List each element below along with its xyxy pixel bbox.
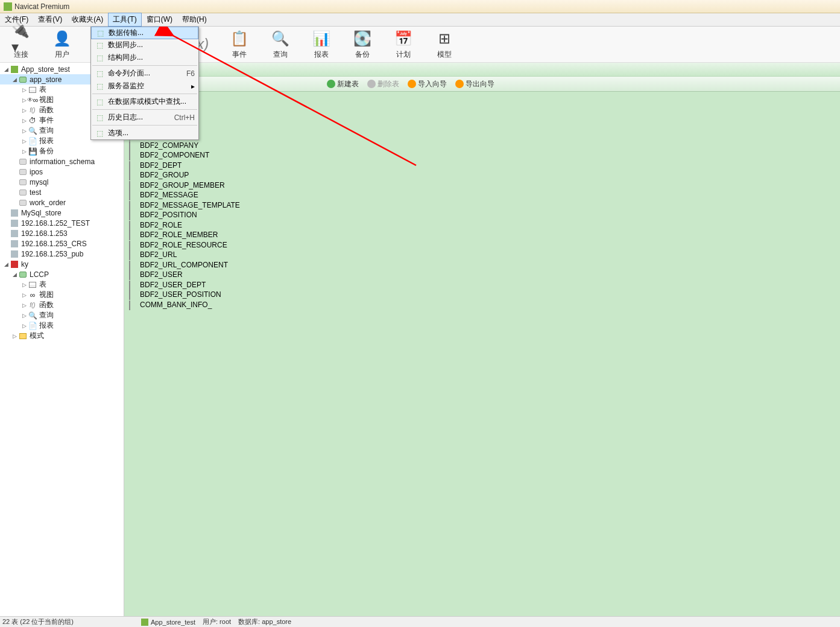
db-mysql[interactable]: mysql <box>0 177 124 187</box>
tree-schema[interactable]: ▷模式 <box>0 331 124 341</box>
lccp-views[interactable]: ▷∞视图 <box>0 290 124 300</box>
btn-delete-table[interactable]: 删除表 <box>367 79 399 89</box>
table-icon <box>129 281 137 288</box>
menu-item[interactable]: ⬚数据同步... <box>91 39 198 51</box>
model-icon: ⊞ <box>435 29 454 48</box>
table-item[interactable]: BDF2_URL <box>129 250 835 260</box>
title-bar: Navicat Premium <box>0 0 840 13</box>
database-icon <box>19 200 27 206</box>
db-work-order[interactable]: work_order <box>0 197 124 208</box>
btn-import[interactable]: 导入向导 <box>408 79 447 89</box>
database-icon <box>19 272 27 278</box>
table-icon <box>129 221 137 229</box>
table-item[interactable]: BDF2_ROLE <box>129 220 835 231</box>
table-item[interactable]: BDF2_USER <box>129 270 835 280</box>
tools-dropdown: ⬚数据传输...⬚数据同步...⬚结构同步...⬚命令列介面...F6⬚服务器监… <box>90 27 199 140</box>
tool-user[interactable]: 👤用户 <box>47 29 77 60</box>
conn-ky[interactable]: ◢ky <box>0 259 124 269</box>
menu-favorites[interactable]: 收藏夹(A) <box>67 13 108 27</box>
db-info-schema[interactable]: information_schema <box>0 156 124 167</box>
conn-253-pub[interactable]: 192.168.1.253_pub <box>0 249 124 259</box>
table-item[interactable]: APP_VERSION <box>129 130 835 141</box>
table-icon <box>129 191 137 199</box>
function-icon: f() <box>28 106 37 115</box>
table-item[interactable]: BDF2_COMPANY <box>129 141 835 151</box>
menu-window[interactable]: 窗口(W) <box>142 13 177 27</box>
table-icon <box>129 271 137 278</box>
tool-report[interactable]: 📊报表 <box>306 29 336 60</box>
menu-item[interactable]: ⬚服务器监控▸ <box>91 80 198 92</box>
mysql-icon <box>11 240 18 247</box>
table-item[interactable]: BDF2_ROLE_RESOURCE <box>129 240 835 250</box>
menu-icon: ⬚ <box>93 69 106 78</box>
table-icon <box>129 202 137 209</box>
function-icon: f() <box>28 301 37 310</box>
tool-connect[interactable]: 🔌▾连接 <box>6 29 36 60</box>
table-list[interactable]: APP_VERSIONBDF2_COMPANYBDF2_COMPONENTBDF… <box>124 92 840 616</box>
btn-export[interactable]: 导出向导 <box>455 79 494 89</box>
report-icon: 📊 <box>312 29 331 48</box>
lccp-reports[interactable]: ▷📄报表 <box>0 320 124 331</box>
menu-tools[interactable]: 工具(T) <box>108 13 141 27</box>
table-item[interactable]: BDF2_USER_DEPT <box>129 280 835 290</box>
menu-icon: ⬚ <box>93 81 106 91</box>
table-icon <box>29 282 36 288</box>
db-ipos[interactable]: ipos <box>0 167 124 177</box>
menu-item[interactable]: ⬚数据传输... <box>91 27 198 39</box>
minus-icon <box>367 80 376 88</box>
report-icon: 📄 <box>28 137 37 145</box>
table-item[interactable]: BDF2_DEPT <box>129 161 835 171</box>
menu-help[interactable]: 帮助(H) <box>177 13 212 27</box>
table-item[interactable]: BDF2_COMPONENT <box>129 150 835 161</box>
table-icon <box>129 301 137 308</box>
table-item[interactable]: BDF2_URL_COMPONENT <box>129 260 835 270</box>
btn-new-table[interactable]: 新建表 <box>327 79 359 89</box>
lccp-functions[interactable]: ▷f()函数 <box>0 300 124 310</box>
menu-icon: ⬚ <box>93 97 106 107</box>
menu-item[interactable]: ⬚命令列介面...F6 <box>91 67 198 80</box>
backup-icon: 💾 <box>28 147 37 156</box>
table-item[interactable]: BDF2_USER_POSITION <box>129 290 835 300</box>
query-icon: 🔍 <box>28 127 37 135</box>
table-item[interactable]: BDF2_MESSAGE_TEMPLATE <box>129 200 835 211</box>
menu-icon: ⬚ <box>93 113 106 123</box>
database-icon <box>19 169 27 175</box>
conn-mysql-store[interactable]: MySql_store <box>0 208 124 218</box>
table-icon <box>129 142 137 149</box>
table-item[interactable]: BDF2_POSITION <box>129 210 835 220</box>
conn-253[interactable]: 192.168.1.253 <box>0 228 124 238</box>
table-icon <box>129 151 137 159</box>
table-icon <box>129 182 137 189</box>
menu-item[interactable]: ⬚选项... <box>91 127 198 139</box>
menu-item[interactable]: ⬚在数据库或模式中查找... <box>91 95 198 108</box>
tool-backup[interactable]: 💽备份 <box>347 29 377 60</box>
status-conn-icon <box>141 619 148 626</box>
tool-query[interactable]: 🔍查询 <box>265 29 295 60</box>
export-icon <box>455 80 464 88</box>
menu-item[interactable]: ⬚结构同步... <box>91 51 198 64</box>
menu-view[interactable]: 查看(V) <box>33 13 67 27</box>
menu-item[interactable]: ⬚历史日志...Ctrl+H <box>91 111 198 124</box>
table-item[interactable]: COMM_BANK_INFO_ <box>129 300 835 310</box>
table-icon <box>29 87 36 93</box>
db-lccp[interactable]: ◢LCCP <box>0 269 124 279</box>
tree-backup[interactable]: ▷💾备份 <box>0 146 124 156</box>
database-icon <box>19 159 27 165</box>
tool-model[interactable]: ⊞模型 <box>429 29 459 60</box>
tool-schedule[interactable]: 📅计划 <box>388 29 418 60</box>
status-left: 22 表 (22 位于当前的组) <box>0 617 139 626</box>
table-item[interactable]: BDF2_GROUP_MEMBER <box>129 180 835 191</box>
lccp-queries[interactable]: ▷🔍查询 <box>0 310 124 320</box>
conn-253-crs[interactable]: 192.168.1.253_CRS <box>0 238 124 249</box>
tool-event[interactable]: 📋事件 <box>224 29 254 60</box>
table-icon <box>129 241 137 249</box>
table-item[interactable]: BDF2_GROUP <box>129 170 835 180</box>
table-item[interactable]: BDF2_ROLE_MEMBER <box>129 230 835 240</box>
mysql-icon <box>11 66 18 73</box>
conn-252-test[interactable]: 192.168.1.252_TEST <box>0 218 124 228</box>
lccp-tables[interactable]: ▷表 <box>0 279 124 290</box>
table-item[interactable]: BDF2_MESSAGE <box>129 190 835 200</box>
db-test[interactable]: test <box>0 187 124 197</box>
main-area: 对象 新建表 删除表 导入向导 导出向导 APP_VERSIONBDF2_COM… <box>124 63 840 616</box>
sidebar-tree[interactable]: ◢App_store_test ◢app_store ▷表 ▷∞视图 ▷f()函… <box>0 63 124 616</box>
